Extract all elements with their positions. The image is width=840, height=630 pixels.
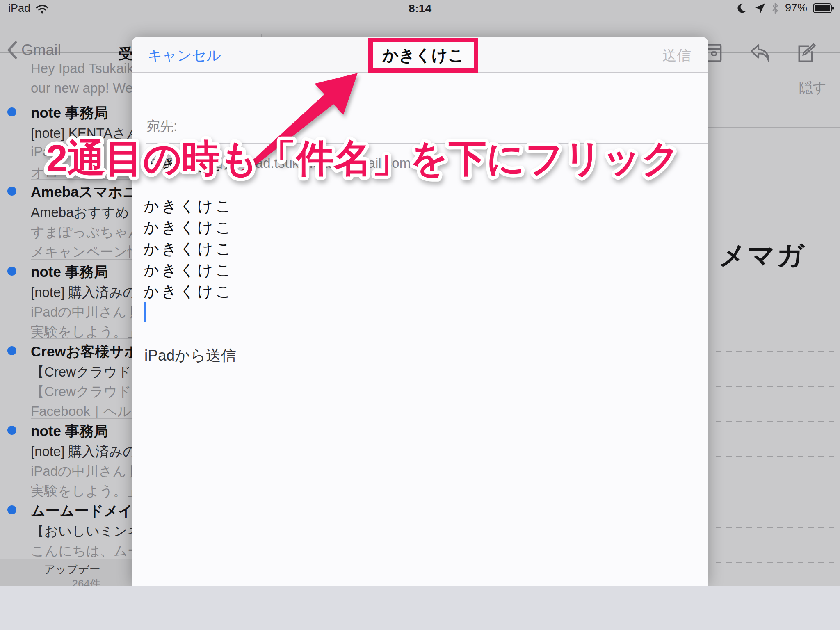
compose-title: かきくけこ xyxy=(382,44,464,66)
to-field[interactable]: 宛先: xyxy=(146,117,177,136)
unread-dot xyxy=(7,187,16,196)
placeholder-line xyxy=(716,386,835,387)
back-to-gmail-button[interactable]: Gmail xyxy=(7,41,61,59)
moon-icon xyxy=(737,2,749,14)
placeholder-line xyxy=(716,562,835,563)
text-cursor xyxy=(144,302,146,322)
subject-title-highlight-box: かきくけこ xyxy=(368,38,478,73)
keyboard-shortcut-bar: B I U xyxy=(0,586,840,630)
battery-percent: 97% xyxy=(785,2,807,14)
back-label: Gmail xyxy=(21,41,61,59)
sender: ムームードメイン xyxy=(31,501,148,520)
body-line: かきくけこ xyxy=(144,239,233,259)
reply-icon[interactable] xyxy=(748,42,772,64)
bluetooth-icon xyxy=(771,2,779,14)
sender: note 事務局 xyxy=(31,422,108,441)
chevron-left-icon xyxy=(7,41,17,59)
placeholder-line xyxy=(716,421,835,422)
sender: note 事務局 xyxy=(31,103,108,123)
unread-dot xyxy=(7,267,16,276)
unread-dot xyxy=(7,107,16,116)
hide-button[interactable]: 隠す xyxy=(799,79,826,97)
subject-field[interactable]: かきくけこ xyxy=(146,155,222,175)
status-bar: iPad 8:14 xyxy=(0,0,840,17)
unread-dot xyxy=(7,346,16,355)
send-button[interactable]: 送信 xyxy=(662,46,691,65)
placeholder-line xyxy=(716,456,835,457)
unread-dot xyxy=(7,426,16,435)
list-preview-line: our new app! We ar xyxy=(31,80,148,96)
clock: 8:14 xyxy=(0,2,840,15)
message-headline-partial: メマガ xyxy=(719,237,806,274)
body-line: かきくけこ xyxy=(144,196,233,217)
body-line: かきくけこ xyxy=(144,281,233,302)
cancel-button[interactable]: キャンセル xyxy=(148,46,221,65)
preview: iPad xyxy=(31,144,58,160)
signature: iPadから送信 xyxy=(144,345,236,366)
update-status: アップデー xyxy=(0,562,100,577)
sender: note 事務局 xyxy=(31,262,108,282)
battery-icon xyxy=(813,3,834,13)
compose-icon[interactable] xyxy=(794,42,818,64)
placeholder-line xyxy=(716,351,835,352)
unread-dot xyxy=(7,505,16,514)
compose-sheet: キャンセル 送信 かきくけこ 宛先: Cc/Bcc, 差出人: ipad.tsu… xyxy=(132,37,708,586)
location-arrow-icon xyxy=(755,3,765,14)
placeholder-line xyxy=(716,527,835,528)
body-line: かきくけこ xyxy=(144,217,233,238)
body-line: かきくけこ xyxy=(144,260,233,281)
